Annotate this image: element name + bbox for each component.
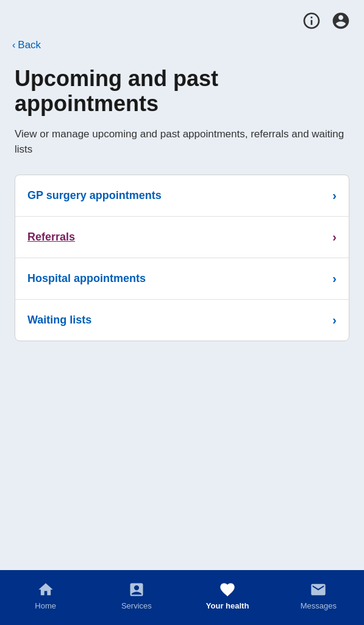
page-subtitle: View or manage upcoming and past appoint… (15, 126, 349, 157)
hospital-appointments-item[interactable]: Hospital appointments › (15, 258, 349, 300)
gp-surgery-chevron-icon: › (332, 189, 337, 203)
referrals-label: Referrals (27, 231, 75, 244)
nav-messages-label: Messages (301, 601, 337, 610)
waiting-lists-item[interactable]: Waiting lists › (15, 300, 349, 341)
waiting-lists-chevron-icon: › (332, 313, 337, 327)
messages-icon (309, 580, 327, 599)
profile-button[interactable] (330, 10, 352, 32)
back-button[interactable]: ‹ Back (0, 37, 53, 56)
referrals-item[interactable]: Referrals › (15, 217, 349, 258)
services-icon (127, 580, 146, 599)
waiting-lists-label: Waiting lists (27, 314, 91, 327)
profile-icon (331, 11, 351, 31)
your-health-icon (218, 580, 237, 599)
header-icons (0, 0, 364, 37)
main-content: Upcoming and past appointments View or m… (0, 56, 364, 356)
help-circle-icon (302, 11, 321, 31)
nav-your-health[interactable]: Your health (182, 570, 273, 625)
back-chevron-icon: ‹ (12, 40, 15, 51)
hospital-appointments-label: Hospital appointments (27, 272, 146, 285)
nav-services[interactable]: Services (91, 570, 182, 625)
bottom-navigation: Home Services Your health Messages (0, 570, 364, 625)
help-button[interactable] (301, 10, 323, 32)
referrals-chevron-icon: › (332, 230, 337, 244)
nav-home-label: Home (35, 601, 56, 610)
home-icon (37, 580, 55, 599)
nav-your-health-label: Your health (206, 601, 249, 610)
nav-services-label: Services (121, 601, 152, 610)
appointments-menu-card: GP surgery appointments › Referrals › Ho… (15, 175, 349, 341)
back-label: Back (18, 39, 41, 51)
nav-home[interactable]: Home (0, 570, 91, 625)
nav-messages[interactable]: Messages (273, 570, 364, 625)
gp-surgery-label: GP surgery appointments (27, 189, 162, 202)
hospital-appointments-chevron-icon: › (332, 272, 337, 286)
page-title: Upcoming and past appointments (15, 66, 349, 117)
gp-surgery-item[interactable]: GP surgery appointments › (15, 175, 349, 217)
